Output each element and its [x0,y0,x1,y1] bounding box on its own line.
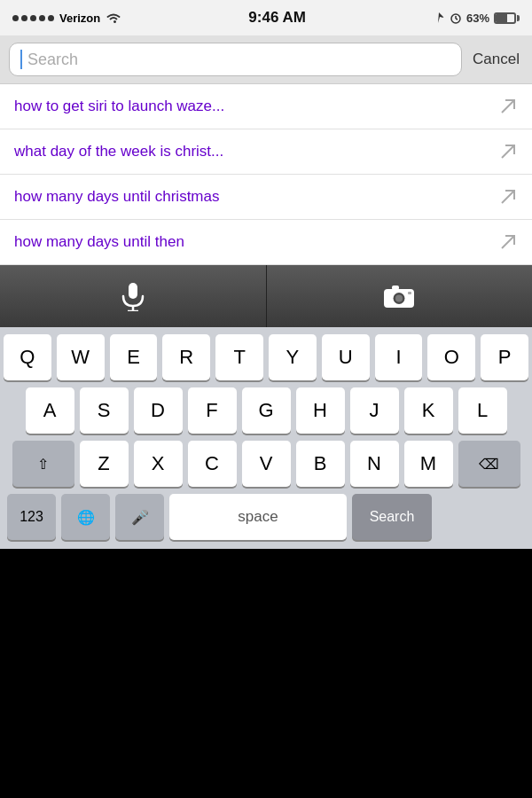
suggestion-text: how many days until christmas [14,188,491,206]
suggestion-item[interactable]: what day of the week is christ... [0,129,532,175]
svg-rect-8 [129,283,137,299]
globe-key[interactable]: 🌐 [61,494,110,540]
keyboard-row-3: ⇧ Z X C V B N M ⌫ [4,441,528,487]
battery-icon [494,12,520,24]
key-y[interactable]: Y [269,334,317,380]
svg-line-4 [502,100,514,113]
key-t[interactable]: T [215,334,263,380]
time-label: 9:46 AM [248,9,306,27]
suggestions-list: how to get siri to launch waze... what d… [0,84,532,265]
key-c[interactable]: C [188,441,237,487]
key-b[interactable]: B [296,441,345,487]
key-p[interactable]: P [481,334,528,380]
key-h[interactable]: H [296,387,345,434]
arrow-icon [498,187,518,207]
suggestion-text: how to get siri to launch waze... [14,98,491,115]
key-v[interactable]: V [242,441,291,487]
voice-button[interactable] [0,265,267,327]
key-j[interactable]: J [350,387,399,434]
svg-line-3 [456,19,458,20]
keyboard-row-2: A S D F G H J K L [4,387,528,434]
search-key[interactable]: Search [352,494,432,540]
suggestion-text: what day of the week is christ... [14,143,491,160]
key-n[interactable]: N [350,441,399,487]
key-f[interactable]: F [188,387,237,434]
space-key[interactable]: space [169,494,347,540]
media-row [0,265,532,327]
key-r[interactable]: R [162,334,210,380]
key-s[interactable]: S [80,387,129,434]
numbers-key[interactable]: 123 [7,494,56,540]
keyboard-row-1: Q W E R T Y U I O P [4,334,528,380]
key-x[interactable]: X [134,441,183,487]
shift-key[interactable]: ⇧ [12,441,74,487]
key-z[interactable]: Z [80,441,129,487]
microphone-icon [120,281,146,311]
key-a[interactable]: A [26,387,74,434]
svg-line-7 [502,236,514,248]
signal-dots [12,15,54,21]
camera-button[interactable] [267,265,533,327]
svg-rect-15 [408,292,411,294]
arrow-icon [498,142,518,161]
key-q[interactable]: Q [4,334,51,380]
suggestion-text: how many days until then [14,233,491,251]
key-m[interactable]: M [404,441,453,487]
delete-key[interactable]: ⌫ [458,441,520,487]
search-placeholder: Search [27,51,78,69]
search-input-wrap[interactable]: Search [9,43,462,76]
key-k[interactable]: K [404,387,453,434]
svg-rect-14 [392,286,399,290]
key-d[interactable]: D [134,387,183,434]
mic-key[interactable]: 🎤 [115,494,164,540]
key-e[interactable]: E [110,334,158,380]
arrow-icon [498,97,518,116]
key-g[interactable]: G [242,387,291,434]
status-left: Verizon [12,12,121,25]
svg-point-13 [395,295,403,302]
key-i[interactable]: I [375,334,423,380]
key-o[interactable]: O [427,334,475,380]
key-l[interactable]: L [458,387,507,434]
svg-line-6 [502,191,514,203]
wifi-icon [106,12,121,24]
keyboard-bottom-row: 123 🌐 🎤 space Search [4,494,528,545]
camera-icon [383,284,415,309]
status-bar: Verizon 9:46 AM 63% [0,0,532,35]
key-u[interactable]: U [322,334,370,380]
suggestion-item[interactable]: how many days until then [0,220,532,265]
suggestion-item[interactable]: how to get siri to launch waze... [0,84,532,129]
text-cursor [20,50,22,69]
alarm-icon [450,12,462,24]
suggestion-item[interactable]: how many days until christmas [0,175,532,220]
svg-marker-0 [438,12,444,23]
location-icon [433,12,445,24]
arrow-icon [498,232,518,252]
battery-percent: 63% [466,12,489,25]
svg-line-5 [502,145,514,158]
status-right: 63% [433,12,520,25]
keyboard: Q W E R T Y U I O P A S D F G H J K L ⇧ … [0,327,532,549]
cancel-button[interactable]: Cancel [469,47,523,72]
carrier-label: Verizon [59,12,100,25]
key-w[interactable]: W [57,334,105,380]
search-bar: Search Cancel [0,35,532,84]
